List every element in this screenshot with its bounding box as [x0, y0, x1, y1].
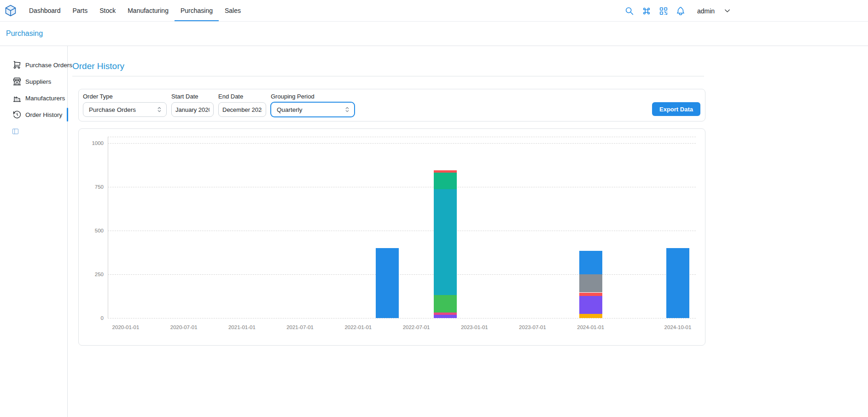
title-divider: [72, 76, 704, 76]
chart-bar-segment[interactable]: [434, 189, 457, 295]
grouping-period-label: Grouping Period: [271, 93, 355, 100]
end-date-label: End Date: [218, 93, 266, 100]
building-factory-icon: [12, 93, 22, 103]
order-history-panel: Order History Order Type Purchase Orders…: [68, 46, 705, 417]
chart-bar-segment[interactable]: [434, 170, 457, 173]
tab-manufacturing[interactable]: Manufacturing: [122, 0, 175, 21]
selector-icon: [156, 106, 163, 113]
chart-gridline: [108, 187, 696, 187]
sidebar-item-purchase-orders[interactable]: Purchase Orders: [0, 57, 67, 73]
x-axis-tick-label: 2022-01-01: [344, 324, 372, 330]
x-axis-tick-label: 2022-07-01: [403, 324, 430, 330]
x-axis-tick-label: 2020-01-01: [112, 324, 140, 330]
filter-bar: Order Type Purchase Orders Start Date En…: [78, 89, 705, 122]
page-title: Order History: [72, 61, 705, 71]
package-box-icon: [4, 4, 17, 17]
history-icon: [12, 110, 22, 119]
sidebar-item-label: Manufacturers: [25, 95, 65, 102]
app-page: Dashboard Parts Stock Manufacturing Purc…: [0, 0, 868, 417]
selector-icon: [344, 106, 351, 113]
chart-gridline: [108, 318, 696, 319]
search-icon[interactable]: [624, 6, 635, 16]
sidebar-item-label: Purchase Orders: [25, 62, 72, 69]
x-axis-tick-label: 2024-10-01: [664, 324, 692, 330]
breadcrumb: Purchasing: [0, 22, 868, 46]
chart-bar-segment[interactable]: [434, 173, 457, 189]
y-axis-tick-label: 250: [79, 272, 104, 277]
order-type-value: Purchase Orders: [89, 106, 136, 113]
start-date-input[interactable]: [171, 102, 214, 117]
export-data-button[interactable]: Export Data: [652, 102, 700, 116]
chart-bar-segment[interactable]: [579, 274, 602, 292]
chart-bar-segment[interactable]: [434, 315, 457, 318]
chart-bar-segment[interactable]: [579, 251, 602, 274]
navbar: Dashboard Parts Stock Manufacturing Purc…: [0, 0, 868, 22]
x-axis-tick-label: 2021-07-01: [286, 324, 314, 330]
order-type-label: Order Type: [83, 93, 167, 100]
sidebar-collapse-icon[interactable]: [12, 127, 19, 135]
y-axis-tick-label: 750: [79, 184, 104, 190]
start-date-label: Start Date: [171, 93, 214, 100]
main-tabs: Dashboard Parts Stock Manufacturing Purc…: [23, 0, 247, 21]
sidebar-item-label: Suppliers: [25, 78, 51, 85]
x-axis-tick-label: 2023-01-01: [461, 324, 488, 330]
chart-bar-segment[interactable]: [434, 313, 457, 315]
tab-sales[interactable]: Sales: [219, 0, 247, 21]
sidebar-item-order-history[interactable]: Order History: [0, 106, 67, 123]
tab-purchasing[interactable]: Purchasing: [175, 0, 219, 21]
command-palette-icon[interactable]: [641, 6, 652, 16]
chart-bar-segment[interactable]: [376, 248, 399, 318]
chart-gridline: [108, 231, 696, 231]
grouping-period-value: Quarterly: [277, 106, 303, 113]
x-axis-tick-label: 2023-07-01: [519, 324, 546, 330]
shopping-cart-icon: [12, 60, 22, 70]
user-menu[interactable]: admin: [697, 7, 715, 15]
tab-parts[interactable]: Parts: [67, 0, 94, 21]
y-axis-tick-label: 500: [79, 228, 104, 233]
order-history-chart: 025050075010002020-01-012020-07-012021-0…: [79, 129, 705, 345]
x-axis-tick-label: 2024-01-01: [577, 324, 604, 330]
notifications-bell-icon[interactable]: [676, 6, 686, 16]
tab-stock[interactable]: Stock: [93, 0, 122, 21]
y-axis-tick-label: 1000: [79, 140, 104, 146]
sidebar-item-manufacturers[interactable]: Manufacturers: [0, 90, 67, 106]
y-axis-tick-label: 0: [79, 315, 104, 321]
chart-top-gridline: [108, 137, 696, 137]
chart-bar-segment[interactable]: [666, 248, 689, 318]
chart-bar-segment[interactable]: [579, 296, 602, 314]
purchasing-sidebar: Purchase Orders Suppliers Manufacturers …: [0, 46, 68, 417]
sidebar-item-label: Order History: [25, 111, 62, 118]
tab-dashboard[interactable]: Dashboard: [23, 0, 67, 21]
chart-bar-segment[interactable]: [434, 295, 457, 313]
end-date-input[interactable]: [218, 102, 266, 117]
x-axis-tick-label: 2021-01-01: [228, 324, 256, 330]
chart-bar-segment[interactable]: [579, 293, 602, 296]
app-logo[interactable]: [4, 4, 17, 17]
building-store-icon: [12, 77, 22, 86]
sidebar-item-suppliers[interactable]: Suppliers: [0, 73, 67, 90]
chart-gridline: [108, 274, 696, 275]
chart-gridline: [108, 143, 696, 144]
navbar-actions: admin: [624, 0, 732, 22]
y-axis-line: [108, 137, 108, 318]
grouping-period-select[interactable]: Quarterly: [271, 102, 355, 117]
order-type-select[interactable]: Purchase Orders: [83, 102, 167, 117]
breadcrumb-purchasing[interactable]: Purchasing: [6, 29, 43, 38]
chart-bar-segment[interactable]: [579, 314, 602, 318]
x-axis-tick-label: 2020-07-01: [170, 324, 198, 330]
chevron-down-icon[interactable]: [723, 6, 732, 15]
order-history-chart-card: 025050075010002020-01-012020-07-012021-0…: [78, 128, 705, 346]
barcode-scan-icon[interactable]: [658, 6, 669, 16]
